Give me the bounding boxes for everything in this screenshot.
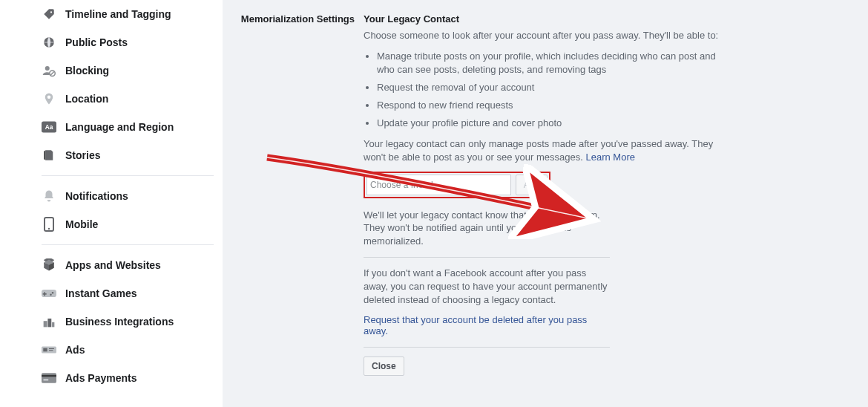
settings-page: Timeline and Tagging Public Posts Blocki… (0, 0, 868, 407)
close-button[interactable]: Close (364, 356, 404, 376)
svg-point-1 (45, 66, 50, 71)
svg-line-3 (50, 72, 54, 76)
sidebar-item-stories[interactable]: Stories (42, 141, 214, 169)
sidebar-item-label: Ads Payments (65, 372, 137, 384)
add-friend-button[interactable]: Add (516, 175, 548, 195)
bell-icon (42, 189, 56, 204)
globe-icon (42, 35, 56, 50)
list-item: Respond to new friend requests (377, 99, 734, 112)
mobile-icon (42, 217, 56, 232)
sidebar-divider (42, 244, 214, 245)
card-icon (42, 371, 56, 385)
sidebar-item-label: Notifications (65, 190, 128, 202)
tag-icon (42, 7, 56, 22)
delete-account-text: If you don't want a Facebook account aft… (364, 267, 610, 307)
svg-point-15 (50, 293, 52, 296)
legacy-limitations-span: Your legacy contact can only manage post… (364, 138, 713, 163)
learn-more-link[interactable]: Learn More (585, 152, 634, 163)
sidebar-item-instant-games[interactable]: Instant Games (42, 279, 214, 307)
sidebar-item-public-posts[interactable]: Public Posts (42, 28, 214, 56)
svg-point-14 (52, 292, 54, 294)
choose-friend-highlight: Add (364, 172, 550, 198)
svg-rect-24 (42, 375, 56, 377)
svg-rect-17 (47, 319, 51, 327)
sidebar-item-label: Location (65, 93, 108, 105)
sidebar-item-label: Blocking (65, 65, 109, 76)
sidebar-item-label: Stories (65, 149, 100, 161)
list-item: Update your profile picture and cover ph… (377, 117, 734, 130)
sidebar-divider (42, 175, 214, 176)
sidebar-item-mobile[interactable]: Mobile (42, 210, 214, 238)
apps-icon (42, 258, 56, 273)
choose-friend-input-wrap (366, 175, 511, 195)
svg-text:Aa: Aa (45, 123, 53, 131)
section-label-column: Memorialization Settings (223, 13, 364, 376)
content-divider (364, 347, 610, 348)
choose-friend-input[interactable] (370, 180, 507, 190)
sidebar-item-business-integrations[interactable]: Business Integrations (42, 307, 214, 336)
svg-rect-18 (52, 322, 54, 328)
request-delete-link[interactable]: Request that your account be deleted aft… (364, 314, 587, 336)
svg-rect-25 (44, 380, 49, 381)
sidebar-item-ads-payments[interactable]: Ads Payments (42, 364, 214, 392)
sidebar-item-label: Timeline and Tagging (65, 8, 171, 20)
legacy-contact-panel: Your Legacy Contact Choose someone to lo… (364, 13, 734, 376)
block-user-icon (42, 63, 56, 78)
settings-content: Memorialization Settings Your Legacy Con… (223, 0, 868, 407)
sidebar-item-label: Mobile (65, 218, 98, 230)
panel-intro: Choose someone to look after your accoun… (364, 29, 734, 42)
svg-rect-23 (42, 373, 56, 382)
sidebar-item-label: Business Integrations (65, 316, 174, 328)
sidebar-item-ads[interactable]: Ads (42, 336, 214, 364)
content-divider (364, 257, 610, 258)
list-item: Request the removal of your account (377, 81, 734, 94)
sidebar-item-timeline-tagging[interactable]: Timeline and Tagging (42, 0, 214, 28)
svg-rect-13 (43, 293, 47, 295)
ads-icon (42, 342, 56, 357)
sidebar-item-blocking[interactable]: Blocking (42, 56, 214, 85)
sidebar-item-apps-websites[interactable]: Apps and Websites (42, 251, 214, 279)
sidebar-item-label: Language and Region (65, 121, 174, 133)
sidebar-item-notifications[interactable]: Notifications (42, 182, 214, 210)
notify-legacy-text: We'll let your legacy contact know that … (364, 209, 610, 249)
business-icon (42, 314, 56, 329)
language-icon: Aa (42, 120, 56, 134)
section-label: Memorialization Settings (241, 13, 355, 25)
sidebar-item-label: Apps and Websites (65, 259, 161, 271)
location-pin-icon (42, 91, 56, 106)
list-item: Manage tribute posts on your profile, wh… (377, 50, 734, 76)
settings-sidebar: Timeline and Tagging Public Posts Blocki… (0, 0, 223, 407)
sidebar-item-location[interactable]: Location (42, 85, 214, 113)
games-icon (42, 286, 56, 301)
sidebar-item-language[interactable]: Aa Language and Region (42, 113, 214, 141)
legacy-limitations-text: Your legacy contact can only manage post… (364, 137, 734, 164)
svg-rect-16 (44, 321, 47, 327)
legacy-permissions-list: Manage tribute posts on your profile, wh… (364, 50, 734, 130)
svg-rect-20 (43, 348, 47, 352)
sidebar-item-label: Public Posts (65, 36, 128, 48)
svg-point-7 (48, 228, 50, 229)
stories-icon (42, 148, 56, 163)
panel-title: Your Legacy Contact (364, 13, 734, 25)
sidebar-item-label: Instant Games (65, 287, 137, 299)
sidebar-item-label: Ads (65, 344, 85, 356)
